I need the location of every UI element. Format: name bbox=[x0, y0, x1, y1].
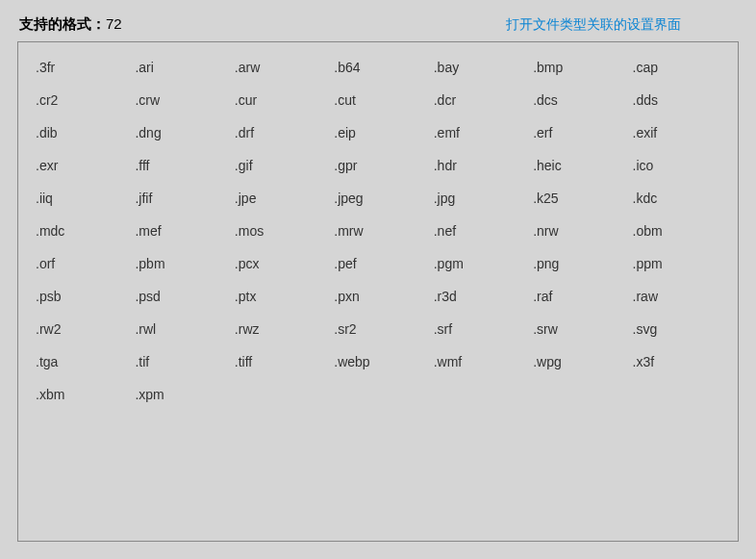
format-item: .arw bbox=[229, 60, 328, 75]
format-item: .obm bbox=[627, 223, 726, 239]
formats-panel: .3fr.ari.arw.b64.bay.bmp.cap.cr2.crw.cur… bbox=[17, 41, 739, 542]
format-item: .dng bbox=[129, 125, 228, 140]
format-item: .bay bbox=[428, 60, 527, 75]
format-item: .tga bbox=[30, 354, 129, 369]
format-item: .hdr bbox=[428, 158, 527, 173]
format-item: .kdc bbox=[627, 191, 726, 206]
format-item: .jpeg bbox=[328, 191, 427, 206]
format-item: .rwz bbox=[229, 321, 328, 337]
format-item: .iiq bbox=[30, 191, 129, 206]
title-label: 支持的格式： bbox=[19, 15, 106, 32]
format-item: .pbm bbox=[129, 256, 228, 271]
format-item: .psb bbox=[30, 289, 129, 304]
format-item: .tif bbox=[129, 354, 228, 369]
format-item: .sr2 bbox=[328, 321, 427, 337]
format-item: .raf bbox=[527, 289, 626, 304]
format-item: .cr2 bbox=[30, 92, 129, 108]
format-item: .cur bbox=[229, 92, 328, 108]
format-item: .pgm bbox=[428, 256, 527, 271]
format-item: .erf bbox=[527, 125, 626, 140]
format-item: .gif bbox=[229, 158, 328, 173]
format-item: .ari bbox=[129, 60, 228, 75]
format-item: .tiff bbox=[229, 354, 328, 369]
format-item: .orf bbox=[30, 256, 129, 271]
format-item: .exr bbox=[30, 158, 129, 173]
format-item: .pcx bbox=[229, 256, 328, 271]
format-item: .ptx bbox=[229, 289, 328, 304]
format-item: .jpe bbox=[229, 191, 328, 206]
format-item: .mrw bbox=[328, 223, 427, 239]
format-item: .mdc bbox=[30, 223, 129, 239]
format-item: .cut bbox=[328, 92, 427, 108]
format-item: .svg bbox=[627, 321, 726, 337]
format-item: .wpg bbox=[527, 354, 626, 369]
format-item: .cap bbox=[627, 60, 726, 75]
format-item: .drf bbox=[229, 125, 328, 140]
format-item: .ppm bbox=[627, 256, 726, 271]
format-item: .webp bbox=[328, 354, 427, 369]
format-item: .xpm bbox=[129, 387, 228, 402]
format-item: .3fr bbox=[30, 60, 129, 75]
format-item: .eip bbox=[328, 125, 427, 140]
open-file-association-settings-link[interactable]: 打开文件类型关联的设置界面 bbox=[506, 16, 681, 34]
format-item: .mos bbox=[229, 223, 328, 239]
format-item: .b64 bbox=[328, 60, 427, 75]
format-item: .heic bbox=[527, 158, 626, 173]
format-item: .r3d bbox=[428, 289, 527, 304]
format-item: .srf bbox=[428, 321, 527, 337]
format-item: .srw bbox=[527, 321, 626, 337]
format-item: .rwl bbox=[129, 321, 228, 337]
format-item: .gpr bbox=[328, 158, 427, 173]
format-count: 72 bbox=[106, 15, 122, 32]
format-item: .jpg bbox=[428, 191, 527, 206]
supported-formats-title: 支持的格式：72 bbox=[19, 15, 122, 34]
format-item: .dcr bbox=[428, 92, 527, 108]
format-item: .fff bbox=[129, 158, 228, 173]
format-item: .rw2 bbox=[30, 321, 129, 337]
format-item: .pef bbox=[328, 256, 427, 271]
header: 支持的格式：72 打开文件类型关联的设置界面 bbox=[17, 15, 739, 34]
format-item: .png bbox=[527, 256, 626, 271]
format-item: .dds bbox=[627, 92, 726, 108]
format-item: .mef bbox=[129, 223, 228, 239]
format-item: .k25 bbox=[527, 191, 626, 206]
format-item: .nef bbox=[428, 223, 527, 239]
format-item: .wmf bbox=[428, 354, 527, 369]
format-item: .x3f bbox=[627, 354, 726, 369]
format-item: .jfif bbox=[129, 191, 228, 206]
format-item: .xbm bbox=[30, 387, 129, 402]
format-item: .bmp bbox=[527, 60, 626, 75]
format-item: .raw bbox=[627, 289, 726, 304]
format-item: .crw bbox=[129, 92, 228, 108]
formats-grid: .3fr.ari.arw.b64.bay.bmp.cap.cr2.crw.cur… bbox=[30, 60, 726, 402]
format-item: .pxn bbox=[328, 289, 427, 304]
format-item: .ico bbox=[627, 158, 726, 173]
format-item: .psd bbox=[129, 289, 228, 304]
format-item: .nrw bbox=[527, 223, 626, 239]
format-item: .dib bbox=[30, 125, 129, 140]
format-item: .emf bbox=[428, 125, 527, 140]
main-container: 支持的格式：72 打开文件类型关联的设置界面 .3fr.ari.arw.b64.… bbox=[0, 0, 756, 559]
format-item: .dcs bbox=[527, 92, 626, 108]
format-item: .exif bbox=[627, 125, 726, 140]
